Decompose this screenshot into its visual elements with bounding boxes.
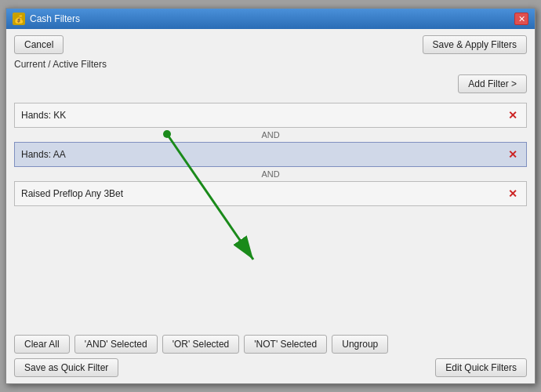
close-button[interactable]: ✕ — [514, 13, 528, 25]
title-bar-left: 💰 Cash Filters — [13, 13, 80, 25]
ungroup-button[interactable]: Ungroup — [332, 335, 388, 354]
or-selected-button[interactable]: 'OR' Selected — [162, 335, 240, 354]
main-window: 💰 Cash Filters ✕ Cancel Save & Apply Fil… — [5, 8, 536, 384]
filter-delete-icon[interactable]: ✕ — [506, 147, 520, 162]
section-label: Current / Active Filters — [14, 59, 527, 70]
filter-label: Raised Preflop Any 3Bet — [21, 188, 506, 199]
window-title: Cash Filters — [30, 13, 80, 24]
add-filter-button[interactable]: Add Filter > — [458, 74, 527, 93]
filters-area: Hands: KK ✕ AND Hands: AA ✕ AND Raised P… — [14, 103, 527, 330]
and-separator: AND — [14, 128, 527, 142]
filter-delete-icon[interactable]: ✕ — [506, 108, 520, 122]
window-icon: 💰 — [13, 13, 25, 25]
and-selected-button[interactable]: 'AND' Selected — [74, 335, 158, 354]
save-quick-filter-button[interactable]: Save as Quick Filter — [14, 358, 118, 377]
title-bar: 💰 Cash Filters ✕ — [6, 9, 535, 29]
window-content: Cancel Save & Apply Filters Current / Ac… — [6, 29, 535, 383]
top-toolbar: Cancel Save & Apply Filters — [14, 35, 527, 54]
bottom-buttons-row1: Clear All 'AND' Selected 'OR' Selected '… — [14, 335, 527, 354]
and-separator: AND — [14, 167, 527, 181]
filter-row[interactable]: Raised Preflop Any 3Bet ✕ — [14, 181, 527, 206]
filter-row[interactable]: Hands: KK ✕ — [14, 103, 527, 128]
filter-label: Hands: KK — [21, 110, 506, 121]
add-filter-row: Add Filter > — [14, 74, 527, 93]
bottom-buttons-row2: Save as Quick Filter Edit Quick Filters — [14, 358, 527, 377]
filter-row[interactable]: Hands: AA ✕ — [14, 142, 527, 167]
clear-all-button[interactable]: Clear All — [14, 335, 70, 354]
filter-label: Hands: AA — [21, 149, 506, 160]
not-selected-button[interactable]: 'NOT' Selected — [244, 335, 327, 354]
save-apply-button[interactable]: Save & Apply Filters — [423, 35, 527, 54]
cancel-button[interactable]: Cancel — [14, 35, 64, 54]
filter-delete-icon[interactable]: ✕ — [506, 187, 520, 201]
edit-quick-filters-button[interactable]: Edit Quick Filters — [435, 358, 527, 377]
